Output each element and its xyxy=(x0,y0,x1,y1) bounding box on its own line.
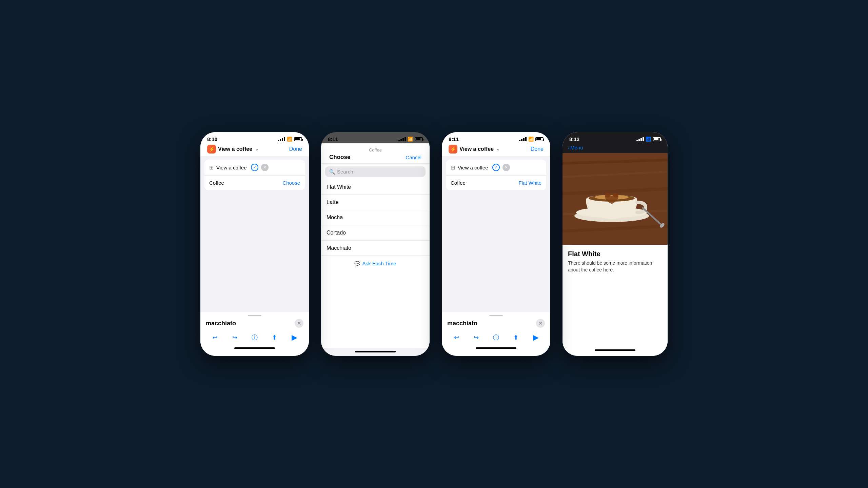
phone3-title-text: View a coffee xyxy=(459,146,494,152)
phone1-coffee-label: Coffee xyxy=(209,180,282,186)
phone2-modal-header-row: Choose Cancel xyxy=(327,154,424,161)
phone3-close-button[interactable]: ✕ xyxy=(536,319,545,328)
phone1-content: ⊞ View a coffee ✓ ✕ Coffee Choose xyxy=(200,156,309,312)
phone2-time: 8:11 xyxy=(328,136,338,142)
phone1-choose-button[interactable]: Choose xyxy=(282,180,300,186)
phone3-coffee-row[interactable]: Coffee Flat White xyxy=(446,175,546,190)
phone4-home-indicator xyxy=(595,349,635,351)
phone2-bottom xyxy=(321,348,430,356)
phone3-bottom-actions: ↩ ↪ ⓘ ⬆ ▶ xyxy=(447,330,545,345)
phone3-nav-title: ⚡ View a coffee ⌄ xyxy=(449,145,500,154)
wifi-icon: 📶 xyxy=(646,137,651,142)
undo-button[interactable]: ↩ xyxy=(451,332,462,343)
phone1-coffee-text: Coffee xyxy=(209,180,224,186)
phone1-card-row: ⊞ View a coffee ✓ ✕ xyxy=(204,160,305,175)
phone1-bottom-bar: macchiato ✕ ↩ ↪ ⓘ ⬆ ▶ xyxy=(200,312,309,356)
phone1-time: 8:10 xyxy=(207,136,217,142)
phone3-nav-bar: ⚡ View a coffee ⌄ Done xyxy=(442,143,550,156)
phone3-content: ⊞ View a coffee ✓ ✕ Coffee Flat White xyxy=(442,156,550,312)
coffee-image-svg xyxy=(563,153,668,245)
chevron-down-icon: ⌄ xyxy=(255,147,258,151)
redo-button[interactable]: ↪ xyxy=(471,332,482,343)
list-item-macchiato[interactable]: Macchiato xyxy=(321,241,430,256)
phone2-modal-sheet: Coffee Choose Cancel 🔍 Search Flat White… xyxy=(321,143,430,348)
home-indicator xyxy=(476,347,516,349)
phone4-coffee-name: Flat White xyxy=(568,250,662,258)
phone3-time: 8:11 xyxy=(449,136,459,142)
shortcut-icon: ⚡ xyxy=(449,145,457,154)
phone4-time: 8:12 xyxy=(569,136,579,142)
phone1: 8:10 📶 ⚡ View a coffee ⌄ Done ⊞ View a c… xyxy=(200,132,309,356)
phone3-view-coffee-label: View a coffee xyxy=(458,165,488,170)
phone4-bottom xyxy=(563,347,668,356)
play-button[interactable]: ▶ xyxy=(530,332,541,343)
phone1-status-bar: 8:10 📶 xyxy=(200,132,309,143)
phone4-nav-bar: ‹ Menu xyxy=(563,143,668,153)
phone3: 8:11 📶 ⚡ View a coffee ⌄ Done ⊞ View a c… xyxy=(442,132,550,356)
phone1-title-text: View a coffee xyxy=(218,146,252,152)
phone3-status-bar: 8:11 📶 xyxy=(442,132,550,143)
ask-each-time-button[interactable]: 💬 Ask Each Time xyxy=(321,256,430,271)
phone2-status-icons: 📶 xyxy=(398,137,423,142)
phone3-done-button[interactable]: Done xyxy=(531,146,544,152)
phone3-coffee-label: Coffee xyxy=(451,180,518,186)
phone2-inner: Coffee Choose Cancel 🔍 Search Flat White… xyxy=(321,143,430,356)
wifi-icon: 📶 xyxy=(287,137,292,142)
phone4-back-label: Menu xyxy=(570,145,583,150)
phone3-status-icons: 📶 xyxy=(519,137,544,142)
phone2-cancel-button[interactable]: Cancel xyxy=(406,155,421,160)
phone3-bottom-title-row: macchiato ✕ xyxy=(447,319,545,328)
svg-point-11 xyxy=(605,193,610,198)
battery-icon xyxy=(294,137,302,141)
play-button[interactable]: ▶ xyxy=(289,332,300,343)
info-button[interactable]: ⓘ xyxy=(249,332,260,343)
phone1-status-icons: 📶 xyxy=(278,137,302,142)
phone1-bottom-title-row: macchiato ✕ xyxy=(206,319,303,328)
signal-icon xyxy=(636,137,644,141)
check-circle-icon: ✓ xyxy=(251,164,258,171)
phone1-card: ⊞ View a coffee ✓ ✕ Coffee Choose xyxy=(204,160,305,190)
phone1-bottom-actions: ↩ ↪ ⓘ ⬆ ▶ xyxy=(206,330,303,345)
phone3-card: ⊞ View a coffee ✓ ✕ Coffee Flat White xyxy=(446,160,546,190)
signal-icon xyxy=(278,137,285,141)
grid-icon: ⊞ xyxy=(451,164,455,171)
phone2-modal-header: Coffee Choose Cancel xyxy=(321,143,430,164)
phone1-coffee-row[interactable]: Coffee Choose xyxy=(204,175,305,190)
grid-icon: ⊞ xyxy=(209,164,214,171)
phone2-modal-title: Choose xyxy=(329,154,350,161)
phone4-status-icons: 📶 xyxy=(636,137,661,142)
shortcut-icon: ⚡ xyxy=(207,145,216,154)
phone4-coffee-desc: There should be some more information ab… xyxy=(568,260,662,273)
phone2-status-bar: 8:11 📶 xyxy=(321,132,430,143)
x-circle-icon: ✕ xyxy=(261,164,269,171)
phone4-back-button[interactable]: ‹ Menu xyxy=(568,145,583,150)
phone4-coffee-info: Flat White There should be some more inf… xyxy=(563,245,668,347)
undo-button[interactable]: ↩ xyxy=(209,332,221,343)
phone1-card-label: ⊞ View a coffee ✓ ✕ xyxy=(209,164,300,171)
battery-icon xyxy=(415,137,423,141)
phone1-nav-bar: ⚡ View a coffee ⌄ Done xyxy=(200,143,309,156)
phone3-card-label: ⊞ View a coffee ✓ ✕ xyxy=(451,164,541,171)
x-circle-icon: ✕ xyxy=(502,164,510,171)
redo-button[interactable]: ↪ xyxy=(229,332,241,343)
share-button[interactable]: ⬆ xyxy=(269,332,280,343)
phone3-flat-white-button[interactable]: Flat White xyxy=(518,180,541,186)
phone1-done-button[interactable]: Done xyxy=(289,146,302,152)
phone2-modal-subtitle: Coffee xyxy=(327,147,424,152)
phone2-search-placeholder: Search xyxy=(337,169,353,175)
phone3-coffee-text: Coffee xyxy=(451,180,466,186)
phone2: 8:11 📶 Coffee Choose Cancel 🔍 xyxy=(321,132,430,356)
phone1-nav-title: ⚡ View a coffee ⌄ xyxy=(207,145,258,154)
phone2-search-bar[interactable]: 🔍 Search xyxy=(325,166,426,177)
share-button[interactable]: ⬆ xyxy=(510,332,522,343)
list-item-flat-white[interactable]: Flat White xyxy=(321,180,430,195)
info-button[interactable]: ⓘ xyxy=(490,332,502,343)
home-indicator xyxy=(234,347,275,349)
phone3-card-row-top: ⊞ View a coffee ✓ ✕ xyxy=(446,160,546,175)
list-item-mocha[interactable]: Mocha xyxy=(321,210,430,225)
phone4-status-bar: 8:12 📶 xyxy=(563,132,668,143)
phone1-close-button[interactable]: ✕ xyxy=(295,319,303,328)
wifi-icon: 📶 xyxy=(408,137,413,142)
list-item-latte[interactable]: Latte xyxy=(321,195,430,210)
list-item-cortado[interactable]: Cortado xyxy=(321,225,430,241)
